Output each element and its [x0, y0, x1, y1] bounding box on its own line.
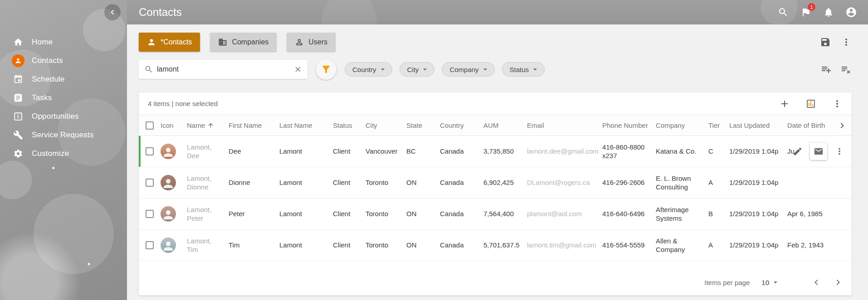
column-header-icon[interactable]: Icon: [161, 121, 187, 130]
sidebar-collapse-button[interactable]: [104, 4, 121, 20]
row-more-button[interactable]: [834, 146, 844, 156]
name-cell: Lamont,Tim: [187, 237, 229, 254]
select-all-checkbox[interactable]: [146, 121, 154, 130]
search-icon: [778, 7, 789, 18]
tasks-icon: [12, 92, 24, 104]
calendar-icon: [12, 73, 24, 86]
table-row[interactable]: Lamont,Peter Peter Lamont Client Toronto…: [139, 198, 852, 230]
notifications-button[interactable]: [822, 5, 835, 19]
bar-chart-icon: [805, 98, 816, 109]
state-cell: BC: [406, 147, 440, 156]
row-actions: [793, 143, 844, 160]
chip-label: City: [407, 66, 419, 73]
sidebar-item-service-requests[interactable]: Service Requests: [0, 126, 127, 144]
sidebar-item-schedule[interactable]: Schedule: [0, 70, 127, 88]
list-more-button[interactable]: [832, 98, 843, 109]
avatar: [161, 175, 176, 190]
sidebar-item-contacts[interactable]: Contacts: [0, 51, 127, 70]
email-row-button[interactable]: [810, 143, 827, 160]
announcements-button[interactable]: 1: [799, 5, 813, 19]
column-header-status[interactable]: Status: [333, 121, 366, 130]
contacts-icon: [12, 54, 24, 67]
tab-contacts[interactable]: *Contacts: [139, 33, 200, 52]
city-cell: Vancouver: [366, 147, 406, 156]
row-checkbox[interactable]: [146, 210, 154, 218]
view-more-button[interactable]: [841, 37, 852, 48]
account-button[interactable]: [844, 5, 858, 19]
column-header-email[interactable]: Email: [527, 121, 602, 130]
search-input[interactable]: [157, 65, 290, 73]
status-cell: Client: [333, 147, 366, 156]
column-header-label: Name: [187, 121, 205, 130]
filter-chip-status[interactable]: Status: [502, 62, 545, 77]
filter-chip-city[interactable]: City: [400, 62, 435, 77]
column-header-aum[interactable]: AUM: [483, 121, 527, 130]
row-checkbox[interactable]: [146, 241, 154, 249]
more-vert-icon: [832, 98, 843, 109]
sidebar-item-opportunities[interactable]: 5 Opportunities: [0, 107, 127, 126]
clear-list-filter-button[interactable]: [841, 64, 852, 75]
filter-chips: Country City Company Status: [345, 62, 545, 77]
filter-funnel-button[interactable]: [316, 59, 336, 80]
name-cell: Lamont,Dee: [187, 143, 229, 160]
row-checkbox[interactable]: [146, 179, 154, 187]
chart-view-button[interactable]: [805, 98, 816, 109]
tab-users[interactable]: Users: [287, 33, 336, 52]
person-silhouette-icon: [161, 177, 175, 190]
filter-chip-company[interactable]: Company: [442, 62, 494, 77]
column-header-name[interactable]: Name: [187, 121, 229, 130]
playlist-remove-icon: [841, 64, 852, 75]
clear-search-button[interactable]: [294, 65, 302, 73]
tier-cell: B: [708, 209, 729, 218]
state-cell: ON: [406, 209, 440, 218]
email-cell: lamont.tim@gmail.com: [527, 241, 602, 250]
row-checkbox[interactable]: [146, 147, 154, 155]
add-to-list-button[interactable]: [821, 64, 832, 75]
column-header-tier[interactable]: Tier: [708, 121, 729, 130]
sidebar: Home Contacts Schedule: [0, 0, 127, 300]
country-cell: Canada: [440, 209, 483, 218]
table-row[interactable]: Lamont,Dionne Dionne Lamont Client Toron…: [139, 167, 852, 198]
company-cell: Afterimage Systems: [656, 205, 708, 223]
column-header-company[interactable]: Company: [656, 121, 708, 130]
chevron-left-icon: [811, 277, 822, 288]
column-header-city[interactable]: City: [366, 121, 406, 130]
page-title: Contacts: [139, 6, 182, 19]
tab-companies[interactable]: Companies: [210, 33, 277, 52]
add-contact-button[interactable]: [779, 98, 790, 109]
search-button[interactable]: [776, 5, 790, 19]
main-area: Contacts 1: [127, 0, 868, 300]
edit-row-button[interactable]: [793, 146, 803, 156]
items-per-page-select[interactable]: 10: [761, 278, 780, 287]
first-name-cell: Dee: [229, 147, 279, 156]
column-header-date-of-birth[interactable]: Date of Birth: [787, 121, 833, 130]
last-name-cell: Lamont: [279, 178, 333, 187]
filter-chip-country[interactable]: Country: [345, 62, 392, 77]
sort-ascending-icon: [207, 122, 214, 129]
email-cell: DLamont@rogers.ca: [527, 178, 602, 187]
save-button[interactable]: [820, 37, 831, 48]
last-updated-cell: 1/29/2019 1:04p: [729, 241, 787, 250]
column-header-country[interactable]: Country: [440, 121, 483, 130]
chevron-down-icon: [420, 65, 429, 74]
table-row[interactable]: Lamont,Dee Dee Lamont Client Vancouver B…: [139, 136, 852, 167]
table-row[interactable]: Lamont,Tim Tim Lamont Client Toronto ON …: [139, 230, 852, 261]
column-header-phone-number[interactable]: Phone Number: [602, 121, 656, 130]
person-silhouette-icon: [161, 239, 175, 253]
sidebar-item-tasks[interactable]: Tasks: [0, 88, 127, 107]
sidebar-item-customize[interactable]: Customize: [0, 144, 127, 163]
column-header-last-name[interactable]: Last Name: [279, 121, 333, 130]
column-header-first-name[interactable]: First Name: [229, 121, 279, 130]
columns-scroll-right-button[interactable]: [837, 120, 848, 131]
column-header-last-updated[interactable]: Last Updated: [729, 121, 787, 130]
list-toolbar-actions: [779, 98, 843, 109]
chevron-down-icon: [771, 278, 780, 287]
next-page-button[interactable]: [833, 277, 844, 288]
sidebar-item-home[interactable]: Home: [0, 33, 127, 51]
tab-label: *Contacts: [161, 38, 192, 46]
aum-cell: 6,902,425: [483, 178, 527, 187]
status-cell: Client: [333, 209, 366, 218]
column-header-state[interactable]: State: [406, 121, 440, 130]
prev-page-button[interactable]: [811, 277, 822, 288]
sidebar-item-label: Contacts: [32, 56, 63, 65]
